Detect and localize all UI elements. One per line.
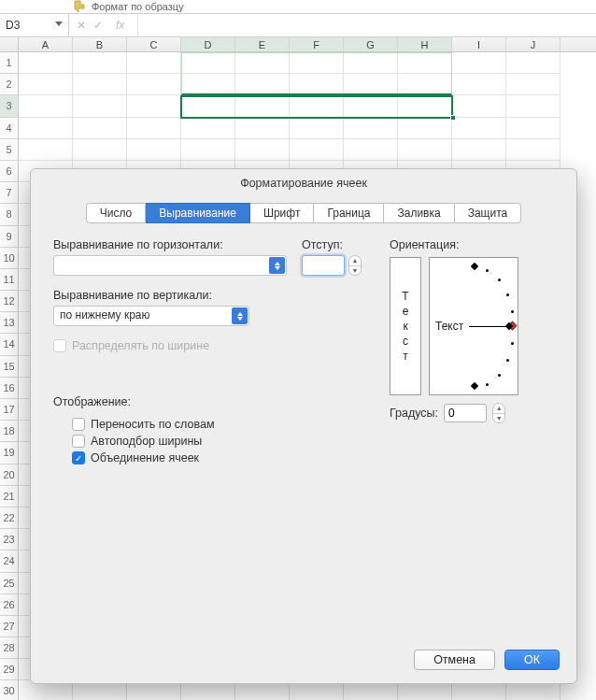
row-header[interactable]: 5 [0,139,19,161]
row-header[interactable]: 20 [0,464,19,486]
tab-alignment[interactable]: Выравнивание [146,203,250,223]
row-header[interactable]: 2 [0,74,19,95]
row-header[interactable]: 18 [0,421,19,442]
orientation-vertical-letter: е [403,305,409,318]
orientation-vertical-button[interactable]: Текст [390,257,421,395]
h-align-select[interactable] [53,255,287,276]
row-header[interactable]: 12 [0,291,19,312]
dial-dot-icon [498,279,501,281]
dial-dot-icon [511,342,514,345]
name-box[interactable]: D3 [0,14,69,36]
row-header[interactable]: 17 [0,399,19,421]
column-header[interactable]: H [398,37,452,51]
shrink-fit-label: Автоподбор ширины [91,435,202,448]
column-header[interactable]: D [181,37,235,51]
degrees-input[interactable] [444,404,487,422]
chevron-updown-icon [269,257,285,274]
column-header[interactable]: E [235,37,290,51]
indent-stepper[interactable]: ▲ ▼ [348,255,362,276]
column-header[interactable]: C [127,37,181,51]
formula-tools: ✕ ✓ fx [69,14,138,36]
orientation-dial-text: Текст [435,320,463,333]
degrees-label: Градусы: [390,407,438,420]
checkbox-icon [72,418,85,431]
format-cells-dialog: Форматирование ячеек ЧислоВыравниваниеШр… [30,168,577,684]
checkbox-icon [53,339,66,352]
stepper-down-icon[interactable]: ▼ [349,266,361,276]
row-header[interactable]: 10 [0,248,19,269]
row-header[interactable]: 24 [0,550,19,572]
dial-dot-icon [506,359,509,362]
row-header[interactable]: 14 [0,334,19,355]
dial-dot-icon [486,269,489,272]
row-header[interactable]: 23 [0,529,19,550]
dial-tick-icon [471,263,478,270]
orientation-vertical-letter: к [403,320,407,333]
format-painter-icon[interactable] [73,0,86,13]
row-header[interactable]: 9 [0,226,19,248]
select-all-corner[interactable] [0,37,19,51]
row-header[interactable]: 15 [0,356,19,378]
row-header[interactable]: 25 [0,573,19,594]
column-header[interactable]: I [452,37,506,51]
column-header[interactable]: B [73,37,127,51]
degrees-stepper[interactable]: ▲ ▼ [492,403,505,423]
column-header[interactable]: A [19,37,73,51]
ok-button[interactable]: ОК [504,650,560,670]
row-header[interactable]: 16 [0,378,19,399]
row-header[interactable]: 6 [0,161,19,182]
orientation-vertical-letter: Т [402,290,408,303]
tab-border[interactable]: Граница [314,203,384,223]
row-header[interactable]: 8 [0,204,19,225]
name-box-dropdown-icon[interactable] [55,21,63,29]
row-header[interactable]: 13 [0,312,19,334]
row-header[interactable]: 28 [0,637,19,659]
v-align-label: Выравнивание по вертикали: [53,289,367,302]
row-header[interactable]: 22 [0,507,19,529]
indent-input[interactable] [302,255,345,276]
merge-cells-checkbox-row[interactable]: ✓ Объединение ячеек [72,451,367,464]
tab-fill[interactable]: Заливка [384,203,454,223]
row-header[interactable]: 19 [0,442,19,464]
row-header[interactable]: 26 [0,594,19,616]
wrap-text-checkbox-row[interactable]: Переносить по словам [72,418,367,431]
fx-label[interactable]: fx [110,15,130,36]
row-header[interactable]: 21 [0,486,19,507]
orientation-label: Ориентация: [390,238,554,251]
formula-bar: D3 ✕ ✓ fx [0,13,596,37]
ribbon-fragment: Формат по образцу [0,0,596,13]
dialog-tabs: ЧислоВыравниваниеШрифтГраницаЗаливкаЗащи… [50,203,558,223]
row-header[interactable]: 7 [0,182,19,204]
column-header[interactable]: F [290,37,344,51]
row-header[interactable]: 27 [0,616,19,637]
format-painter-label[interactable]: Формат по образцу [92,1,184,12]
stepper-up-icon[interactable]: ▲ [493,404,504,414]
cancel-button[interactable]: Отмена [414,650,495,670]
confirm-edit-icon[interactable]: ✓ [93,19,103,32]
column-header[interactable]: G [344,37,398,51]
column-header[interactable]: J [506,37,561,51]
row-header[interactable]: 1 [0,52,19,74]
tab-number[interactable]: Число [86,203,147,223]
column-headers: ABCDEFGHIJ [0,37,596,52]
row-header[interactable]: 11 [0,269,19,291]
checkbox-icon [72,435,85,448]
v-align-select[interactable]: по нижнему краю [53,306,249,326]
dial-dot-icon [486,383,489,386]
dialog-title: Форматирование ячеек [31,169,576,203]
justify-distributed-checkbox-row: Распределять по ширине [53,339,367,352]
tab-font[interactable]: Шрифт [250,203,314,223]
tab-protect[interactable]: Защита [455,203,522,223]
selection-handle[interactable] [450,115,456,121]
cancel-edit-icon[interactable]: ✕ [77,19,86,32]
orientation-dial[interactable]: Текст [429,257,518,395]
row-header[interactable]: 30 [0,680,19,700]
dial-dot-icon [506,293,509,296]
row-header[interactable]: 29 [0,659,19,680]
row-header[interactable]: 4 [0,118,19,139]
shrink-fit-checkbox-row[interactable]: Автоподбор ширины [72,435,367,448]
row-header[interactable]: 3 [0,95,19,117]
stepper-down-icon[interactable]: ▼ [493,414,504,423]
stepper-up-icon[interactable]: ▲ [349,256,361,266]
row-headers: 1234567891011121314151617181920212223242… [0,52,19,700]
